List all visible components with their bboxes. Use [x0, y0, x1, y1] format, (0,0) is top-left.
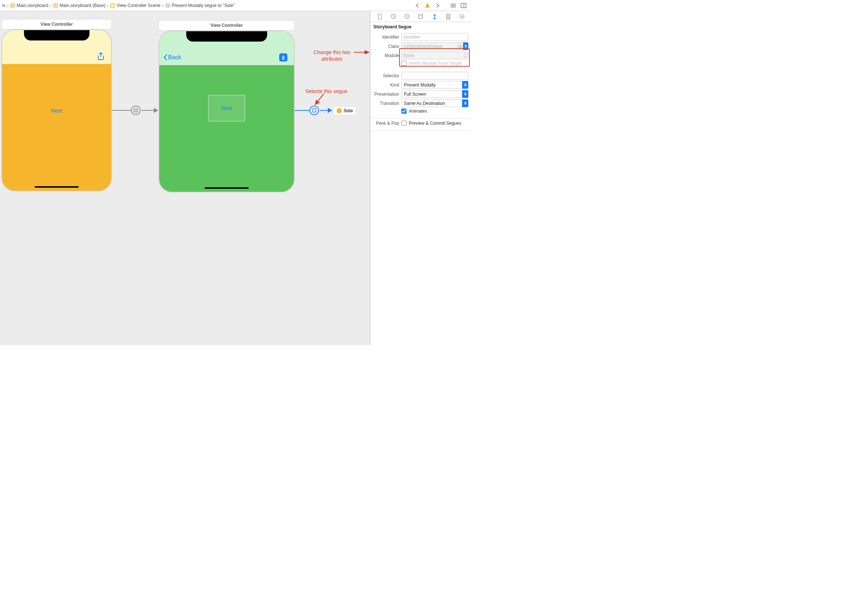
container-view[interactable]: Next	[208, 95, 245, 122]
inspector-panel: ? Storyboard Segue Identifier Class	[370, 11, 471, 345]
outline-toggle-button[interactable]	[449, 1, 457, 10]
annotation-change-attributes: Change this two attributes	[314, 49, 350, 62]
breadcrumb-label: Main.storyboard	[16, 3, 48, 8]
class-stepper-icon[interactable]	[463, 42, 468, 50]
next-button-label: Next	[51, 107, 63, 114]
file-inspector-tab[interactable]	[376, 13, 384, 21]
breadcrumb-label: Main.storyboard (Base)	[60, 3, 105, 8]
inspector-tabs: ?	[371, 11, 471, 22]
chevron-right-icon: ›	[162, 3, 164, 9]
history-forward-button[interactable]	[434, 1, 442, 10]
preview-commit-checkbox[interactable]	[401, 121, 406, 126]
attributes-inspector-tab[interactable]	[431, 13, 438, 21]
breadcrumb-item[interactable]: Present Modally segue to "Side"	[165, 3, 235, 8]
svg-rect-16	[135, 110, 137, 111]
select-stepper-icon	[462, 90, 468, 98]
kind-select-value: Present Modally	[404, 82, 435, 88]
breadcrumb-label: View Controller Scene	[117, 3, 160, 8]
select-stepper-icon	[462, 99, 468, 107]
identifier-input[interactable]	[401, 33, 468, 41]
share-icon[interactable]	[97, 52, 104, 62]
inherit-module-checkbox[interactable]	[401, 61, 406, 66]
svg-point-30	[459, 45, 462, 47]
inherit-module-label: Inherit Module From Target	[409, 61, 462, 66]
svg-rect-1	[11, 4, 14, 7]
toolbar-right	[413, 1, 469, 10]
svg-rect-3	[54, 4, 57, 7]
breadcrumb-item[interactable]: ls	[2, 3, 6, 8]
peek-pop-label: Peek & Pop	[374, 121, 399, 126]
history-back-button[interactable]	[413, 1, 421, 10]
next-button[interactable]: Next	[51, 107, 63, 114]
storyboard-file-icon	[10, 3, 15, 8]
assistant-toggle-button[interactable]	[460, 1, 467, 10]
transition-select[interactable]: Same As Destination	[401, 99, 468, 107]
segue-connector[interactable]	[112, 110, 131, 111]
phone-notch	[186, 31, 267, 42]
preview-commit-label: Preview & Commit Segues	[409, 121, 462, 126]
svg-rect-4	[110, 3, 115, 8]
class-label: Class	[374, 44, 399, 49]
scene-title-bar[interactable]: View Controller	[1, 19, 112, 29]
transition-label: Transition	[374, 101, 399, 106]
back-button[interactable]: Back	[163, 54, 182, 61]
selector-label: Selector	[374, 73, 399, 78]
svg-line-31	[462, 47, 462, 48]
transition-select-value: Same As Destination	[404, 101, 445, 106]
chevron-right-icon: ›	[7, 3, 9, 9]
segue-connector-selected[interactable]	[294, 110, 309, 111]
editor-top-bar: ls › Main.storyboard › Main.storyboard (…	[0, 0, 471, 11]
interface-builder-canvas[interactable]: View Controller Next View Controller	[0, 11, 370, 345]
class-input[interactable]	[401, 42, 458, 50]
svg-rect-6	[167, 4, 168, 6]
selector-input[interactable]	[401, 72, 468, 79]
scene-title-label: View Controller	[41, 22, 73, 27]
segue-arrowhead-icon	[154, 108, 158, 113]
breadcrumb-item[interactable]: Main.storyboard	[10, 3, 48, 8]
phone-mockup-1[interactable]: Next	[1, 29, 112, 191]
module-label: Module	[374, 53, 399, 58]
segue-icon	[165, 3, 170, 8]
svg-rect-7	[427, 5, 428, 6]
size-inspector-tab[interactable]	[444, 13, 453, 21]
breadcrumb-label: ls	[2, 3, 6, 8]
module-select[interactable]	[401, 51, 468, 59]
download-icon[interactable]	[279, 53, 287, 62]
select-stepper-icon	[462, 81, 468, 89]
segue-node-icon[interactable]	[131, 106, 141, 115]
warning-icon[interactable]	[423, 1, 432, 10]
scene-title-label: View Controller	[210, 23, 243, 28]
side-reference-chip[interactable]: Side	[333, 106, 356, 115]
segue-arrowhead-selected-icon	[328, 108, 332, 113]
connections-inspector-tab[interactable]	[458, 13, 466, 21]
svg-rect-8	[427, 7, 428, 7]
home-indicator	[205, 187, 249, 189]
scene-icon	[110, 3, 115, 8]
svg-rect-17	[313, 109, 316, 112]
side-reference-label: Side	[344, 108, 353, 113]
animates-checkbox[interactable]	[401, 109, 406, 114]
segue-connector[interactable]	[141, 110, 154, 111]
history-inspector-tab[interactable]	[389, 13, 397, 21]
storyboard-file-icon	[53, 3, 58, 8]
kind-label: Kind	[374, 82, 399, 88]
presentation-select[interactable]: Full Screen	[401, 90, 468, 98]
breadcrumb-item[interactable]: View Controller Scene	[110, 3, 160, 8]
class-dropdown-extra[interactable]	[458, 42, 463, 50]
phone-mockup-2[interactable]: Back Next	[158, 31, 294, 192]
scene-title-bar[interactable]: View Controller	[158, 20, 294, 31]
breadcrumb-item[interactable]: Main.storyboard (Base)	[53, 3, 105, 8]
identifier-label: Identifier	[374, 35, 399, 40]
svg-text:?: ?	[406, 15, 408, 18]
segue-connector-selected[interactable]	[320, 110, 328, 111]
chevron-right-icon: ›	[50, 3, 51, 9]
identity-inspector-tab[interactable]	[417, 13, 425, 21]
storyboard-ref-icon	[337, 108, 342, 113]
help-inspector-tab[interactable]: ?	[403, 13, 411, 21]
home-indicator	[35, 186, 79, 188]
svg-line-18	[315, 94, 324, 105]
svg-rect-25	[447, 14, 450, 19]
breadcrumb-label: Present Modally segue to "Side"	[172, 3, 235, 8]
kind-select[interactable]: Present Modally	[401, 81, 468, 89]
phone-notch	[24, 30, 89, 41]
